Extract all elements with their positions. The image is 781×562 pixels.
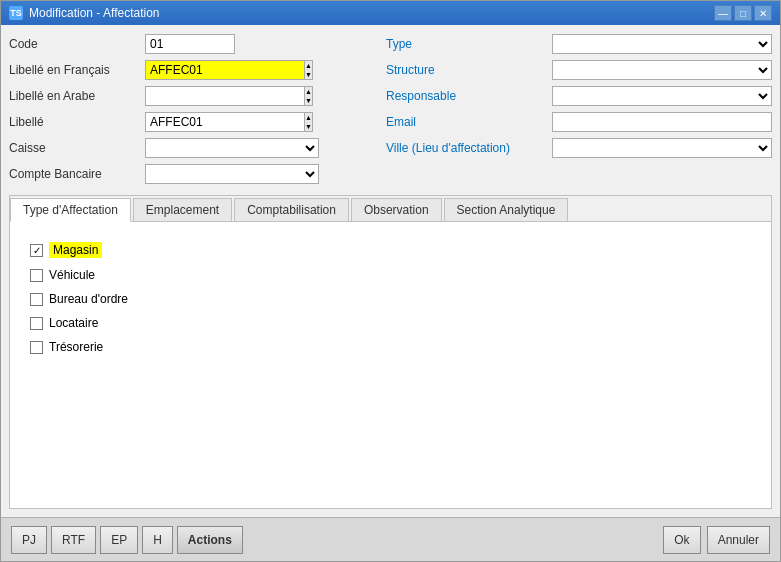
ep-button[interactable]: EP bbox=[100, 526, 138, 554]
form-left: Code Libellé en Français ▲ ▼ bbox=[9, 33, 366, 185]
libelle-input[interactable] bbox=[145, 112, 304, 132]
responsable-row: Responsable bbox=[386, 85, 772, 107]
title-controls: — □ ✕ bbox=[714, 5, 772, 21]
type-select[interactable] bbox=[552, 34, 772, 54]
form-grid: Code Libellé en Français ▲ ▼ bbox=[9, 33, 772, 185]
spinner-down[interactable]: ▼ bbox=[305, 122, 312, 131]
type-row: Type bbox=[386, 33, 772, 55]
checkbox-vehicule[interactable]: Véhicule bbox=[30, 268, 751, 282]
title-bar: TS Modification - Affectation — □ ✕ bbox=[1, 1, 780, 25]
ville-label: Ville (Lieu d'affectation) bbox=[386, 141, 546, 155]
email-row: Email bbox=[386, 111, 772, 133]
caisse-label: Caisse bbox=[9, 141, 139, 155]
checkbox-magasin-label: Magasin bbox=[49, 242, 102, 258]
maximize-button[interactable]: □ bbox=[734, 5, 752, 21]
responsable-label: Responsable bbox=[386, 89, 546, 103]
caisse-select[interactable] bbox=[145, 138, 319, 158]
checkbox-tresorerie[interactable]: Trésorerie bbox=[30, 340, 751, 354]
code-input[interactable] bbox=[145, 34, 235, 54]
checkbox-locataire-label: Locataire bbox=[49, 316, 98, 330]
libelle-fr-row: Libellé en Français ▲ ▼ bbox=[9, 59, 366, 81]
spinner-down[interactable]: ▼ bbox=[305, 96, 312, 105]
libelle-input-group: ▲ ▼ bbox=[145, 112, 305, 132]
spinner-up[interactable]: ▲ bbox=[305, 61, 312, 70]
checkmark-icon: ✓ bbox=[33, 245, 41, 256]
compte-select[interactable] bbox=[145, 164, 319, 184]
structure-label: Structure bbox=[386, 63, 546, 77]
bottom-right-buttons: Ok Annuler bbox=[663, 526, 770, 554]
checkbox-bureau[interactable]: Bureau d'ordre bbox=[30, 292, 751, 306]
libelle-row: Libellé ▲ ▼ bbox=[9, 111, 366, 133]
pj-button[interactable]: PJ bbox=[11, 526, 47, 554]
checkbox-bureau-label: Bureau d'ordre bbox=[49, 292, 128, 306]
main-content: Code Libellé en Français ▲ ▼ bbox=[1, 25, 780, 517]
structure-select[interactable] bbox=[552, 60, 772, 80]
ville-row: Ville (Lieu d'affectation) bbox=[386, 137, 772, 159]
minimize-button[interactable]: — bbox=[714, 5, 732, 21]
caisse-row: Caisse bbox=[9, 137, 366, 159]
libelle-fr-label: Libellé en Français bbox=[9, 63, 139, 77]
libelle-fr-input[interactable] bbox=[145, 60, 304, 80]
form-right: Type Structure Responsable bbox=[386, 33, 772, 185]
checkbox-tresorerie-box bbox=[30, 341, 43, 354]
title-bar-left: TS Modification - Affectation bbox=[9, 6, 160, 20]
tab-comptabilisation[interactable]: Comptabilisation bbox=[234, 198, 349, 221]
window-title: Modification - Affectation bbox=[29, 6, 160, 20]
bottom-left-buttons: PJ RTF EP H Actions bbox=[11, 526, 243, 554]
libelle-ar-row: Libellé en Arabe ▲ ▼ bbox=[9, 85, 366, 107]
app-icon: TS bbox=[9, 6, 23, 20]
email-input[interactable] bbox=[552, 112, 772, 132]
email-label: Email bbox=[386, 115, 546, 129]
tab-section-analytique[interactable]: Section Analytique bbox=[444, 198, 569, 221]
structure-row: Structure bbox=[386, 59, 772, 81]
tab-emplacement[interactable]: Emplacement bbox=[133, 198, 232, 221]
spinner-up[interactable]: ▲ bbox=[305, 87, 312, 96]
checkbox-magasin-box: ✓ bbox=[30, 244, 43, 257]
libelle-spinner: ▲ ▼ bbox=[304, 112, 313, 132]
spinner-down[interactable]: ▼ bbox=[305, 70, 312, 79]
code-row: Code bbox=[9, 33, 366, 55]
tabs-header: Type d'Affectation Emplacement Comptabil… bbox=[10, 196, 771, 222]
checkbox-list: ✓ Magasin Véhicule Bureau d'ordre bbox=[22, 234, 759, 362]
checkbox-magasin[interactable]: ✓ Magasin bbox=[30, 242, 751, 258]
compte-row: Compte Bancaire bbox=[9, 163, 366, 185]
libelle-ar-label: Libellé en Arabe bbox=[9, 89, 139, 103]
checkbox-vehicule-label: Véhicule bbox=[49, 268, 95, 282]
tab-type-affectation[interactable]: Type d'Affectation bbox=[10, 198, 131, 222]
checkbox-vehicule-box bbox=[30, 269, 43, 282]
compte-label: Compte Bancaire bbox=[9, 167, 139, 181]
responsable-select[interactable] bbox=[552, 86, 772, 106]
tab-observation[interactable]: Observation bbox=[351, 198, 442, 221]
checkbox-locataire-box bbox=[30, 317, 43, 330]
annuler-button[interactable]: Annuler bbox=[707, 526, 770, 554]
rtf-button[interactable]: RTF bbox=[51, 526, 96, 554]
checkbox-bureau-box bbox=[30, 293, 43, 306]
type-label: Type bbox=[386, 37, 546, 51]
spinner-up[interactable]: ▲ bbox=[305, 113, 312, 122]
tab-content-type: ✓ Magasin Véhicule Bureau d'ordre bbox=[10, 222, 771, 508]
actions-button[interactable]: Actions bbox=[177, 526, 243, 554]
checkbox-tresorerie-label: Trésorerie bbox=[49, 340, 103, 354]
main-window: TS Modification - Affectation — □ ✕ Code… bbox=[0, 0, 781, 562]
h-button[interactable]: H bbox=[142, 526, 173, 554]
ok-button[interactable]: Ok bbox=[663, 526, 700, 554]
libelle-ar-input-group: ▲ ▼ bbox=[145, 86, 305, 106]
ville-select[interactable] bbox=[552, 138, 772, 158]
libelle-label: Libellé bbox=[9, 115, 139, 129]
libelle-fr-spinner: ▲ ▼ bbox=[304, 60, 313, 80]
tabs-container: Type d'Affectation Emplacement Comptabil… bbox=[9, 195, 772, 509]
libelle-fr-input-group: ▲ ▼ bbox=[145, 60, 305, 80]
code-label: Code bbox=[9, 37, 139, 51]
checkbox-locataire[interactable]: Locataire bbox=[30, 316, 751, 330]
libelle-ar-input[interactable] bbox=[145, 86, 304, 106]
close-button[interactable]: ✕ bbox=[754, 5, 772, 21]
bottom-bar: PJ RTF EP H Actions Ok Annuler bbox=[1, 517, 780, 561]
libelle-ar-spinner: ▲ ▼ bbox=[304, 86, 313, 106]
